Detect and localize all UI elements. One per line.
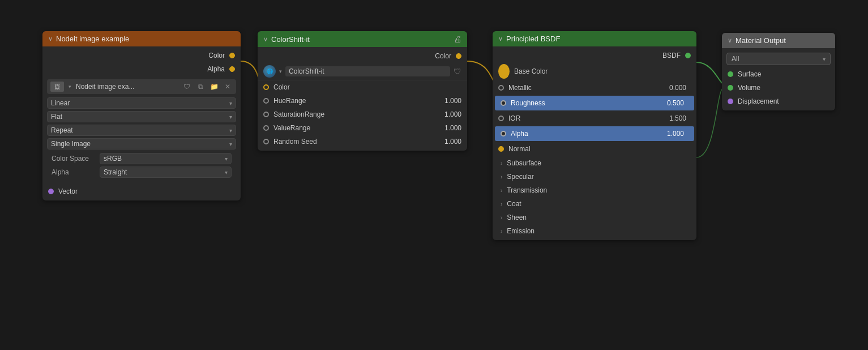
matout-surface-row: Surface [722, 67, 835, 81]
randseed-value: 1.000 [444, 138, 461, 146]
pbsdf-roughness-row: Roughness 0.500 [495, 96, 694, 110]
colorshift-shield-icon[interactable]: 🛡 [454, 67, 461, 76]
pbsdf-roughness-socket[interactable] [501, 100, 506, 106]
sheen-expand-icon: › [501, 215, 502, 221]
nodeit-inner-panel: 🖼 ▾ Nodeit image exa... 🛡 ⧉ 📁 ✕ Linear ▾… [42, 76, 241, 182]
matout-collapse-icon[interactable]: ∨ [728, 37, 732, 44]
pbsdf-specular-row[interactable]: › Specular [493, 170, 696, 183]
alpha-arrow: ▾ [225, 169, 228, 176]
nodeit-title: Nodeit image example [56, 35, 129, 43]
alpha-value: Straight [104, 168, 127, 176]
pbsdf-ior-row: IOR 1.500 [493, 111, 696, 126]
pbsdf-alpha-socket[interactable] [501, 131, 506, 136]
matout-displacement-row: Displacement [722, 95, 835, 108]
colorspace-value: sRGB [104, 155, 122, 163]
node-material-output: ∨ Material Output All ▾ Surface Volume [722, 33, 835, 110]
pbsdf-normal-socket[interactable] [498, 146, 504, 152]
image-icon: 🖼 [50, 82, 64, 92]
matout-displacement-socket[interactable] [728, 99, 733, 104]
pbsdf-emission-row[interactable]: › Emission [493, 224, 696, 238]
satrange-label: SaturationRange [273, 110, 444, 118]
valrange-socket[interactable] [263, 125, 269, 131]
nodeit-collapse-icon[interactable]: ∨ [48, 35, 53, 42]
randseed-label: Random Seed [273, 138, 444, 146]
interpolation-dropdown[interactable]: Linear ▾ [47, 97, 236, 109]
projection-arrow: ▾ [229, 114, 232, 120]
colorshift-color-out-row: Color [258, 49, 467, 63]
transmission-expand-icon: › [501, 187, 502, 194]
node-pbsdf: ∨ Principled BSDF BSDF Base Color Metall… [493, 31, 696, 240]
nodeit-color-socket[interactable] [229, 53, 235, 58]
pbsdf-body: BSDF Base Color Metallic 0.000 Roughness… [493, 46, 696, 240]
specular-expand-icon: › [501, 174, 502, 180]
folder-icon-btn[interactable]: 📁 [209, 82, 219, 92]
satrange-value: 1.000 [444, 110, 461, 118]
pbsdf-ior-label: IOR [508, 114, 669, 122]
colorshift-color-out-socket[interactable] [456, 53, 461, 59]
huerange-label: HueRange [273, 97, 444, 105]
matout-header: ∨ Material Output [722, 33, 835, 48]
interpolation-arrow: ▾ [229, 100, 232, 106]
pbsdf-coat-row[interactable]: › Coat [493, 197, 696, 211]
pbsdf-basecolor-label: Base Color [514, 67, 691, 75]
colorshift-subheader: 🌐 ▾ ColorShift-it 🛡 [258, 63, 467, 80]
pbsdf-sheen-row[interactable]: › Sheen [493, 211, 696, 224]
shield-icon-btn[interactable]: 🛡 [182, 82, 192, 92]
valrange-row: ValueRange 1.000 [258, 121, 467, 135]
emission-expand-icon: › [501, 228, 502, 234]
dropdown-arrow-img[interactable]: ▾ [67, 84, 72, 89]
colorshift-sub-name: ColorShift-it [285, 66, 450, 76]
pbsdf-metallic-label: Metallic [508, 84, 669, 92]
valrange-value: 1.000 [444, 124, 461, 132]
source-dropdown[interactable]: Single Image ▾ [47, 138, 236, 150]
pbsdf-basecolor-socket[interactable] [498, 64, 510, 79]
colorspace-arrow: ▾ [225, 156, 228, 162]
pbsdf-title: Principled BSDF [506, 35, 560, 43]
colorshift-collapse-icon[interactable]: ∨ [263, 36, 268, 43]
matout-dropdown[interactable]: All ▾ [726, 53, 831, 65]
nodeit-alpha-socket[interactable] [229, 66, 235, 72]
copy-icon-btn[interactable]: ⧉ [195, 82, 206, 92]
pbsdf-bsdf-label: BSDF [662, 52, 681, 59]
matout-volume-socket[interactable] [728, 85, 733, 91]
vector-label: Vector [58, 187, 78, 195]
source-arrow: ▾ [229, 141, 232, 147]
pbsdf-transmission-row[interactable]: › Transmission [493, 183, 696, 197]
colorspace-row: Color Space sRGB ▾ [47, 152, 236, 165]
colorshift-color-in-label: Color [273, 83, 290, 91]
pbsdf-metallic-row: Metallic 0.000 [493, 80, 696, 95]
transmission-label: Transmission [507, 186, 547, 194]
huerange-value: 1.000 [444, 97, 461, 105]
colorshift-color-in-socket[interactable] [263, 84, 269, 90]
alpha-dropdown[interactable]: Straight ▾ [100, 167, 232, 178]
pbsdf-ior-socket[interactable] [498, 116, 504, 121]
extension-dropdown[interactable]: Repeat ▾ [47, 125, 236, 136]
matout-surface-socket[interactable] [728, 71, 733, 77]
pbsdf-subsurface-row[interactable]: › Subsurface [493, 156, 696, 170]
colorshift-print-icon[interactable]: 🖨 [454, 35, 461, 44]
pbsdf-collapse-icon[interactable]: ∨ [498, 35, 503, 42]
randseed-socket[interactable] [263, 139, 269, 144]
huerange-socket[interactable] [263, 98, 269, 104]
projection-dropdown[interactable]: Flat ▾ [47, 111, 236, 122]
colorspace-dropdown[interactable]: sRGB ▾ [100, 153, 232, 164]
pbsdf-metallic-socket[interactable] [498, 85, 504, 91]
subsurface-expand-icon: › [501, 160, 502, 167]
colorshift-color-in-row: Color [258, 80, 467, 94]
valrange-label: ValueRange [273, 124, 444, 132]
coat-expand-icon: › [501, 201, 502, 207]
close-icon-btn[interactable]: ✕ [223, 82, 233, 92]
matout-volume-row: Volume [722, 81, 835, 95]
huerange-row: HueRange 1.000 [258, 94, 467, 108]
vector-socket[interactable] [48, 189, 54, 194]
pbsdf-bsdf-socket[interactable] [685, 53, 691, 58]
sheen-label: Sheen [507, 214, 527, 221]
satrange-socket[interactable] [263, 112, 269, 117]
vector-socket-row: Vector [42, 185, 241, 198]
extension-value: Repeat [51, 126, 73, 134]
nodeit-alpha-socket-row: Alpha [42, 62, 241, 76]
coat-label: Coat [507, 200, 521, 208]
nodeit-header: ∨ Nodeit image example [42, 31, 241, 46]
pbsdf-header: ∨ Principled BSDF [493, 31, 696, 46]
globe-dropdown-arrow[interactable]: ▾ [279, 69, 282, 74]
